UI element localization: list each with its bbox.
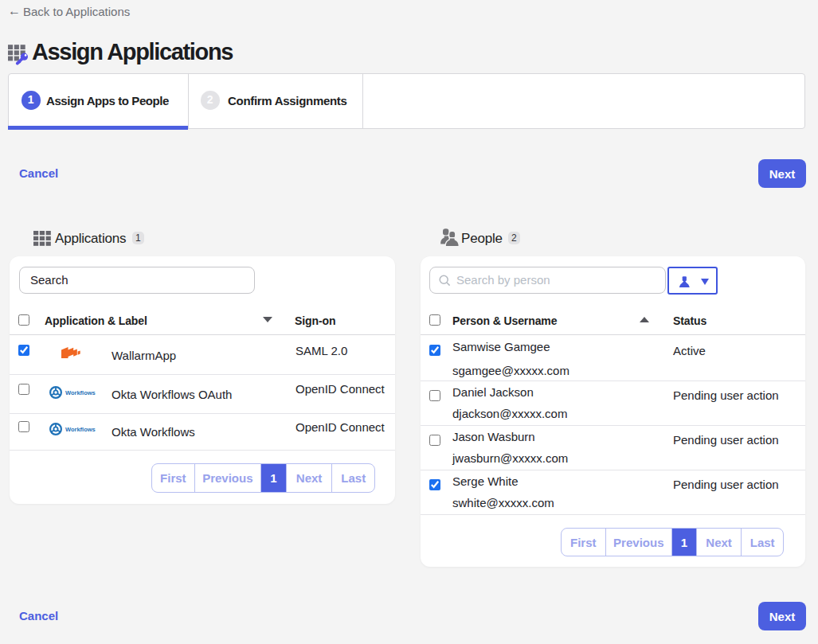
- svg-text:Workflows: Workflows: [65, 389, 96, 396]
- svg-text:Workflows: Workflows: [65, 426, 96, 433]
